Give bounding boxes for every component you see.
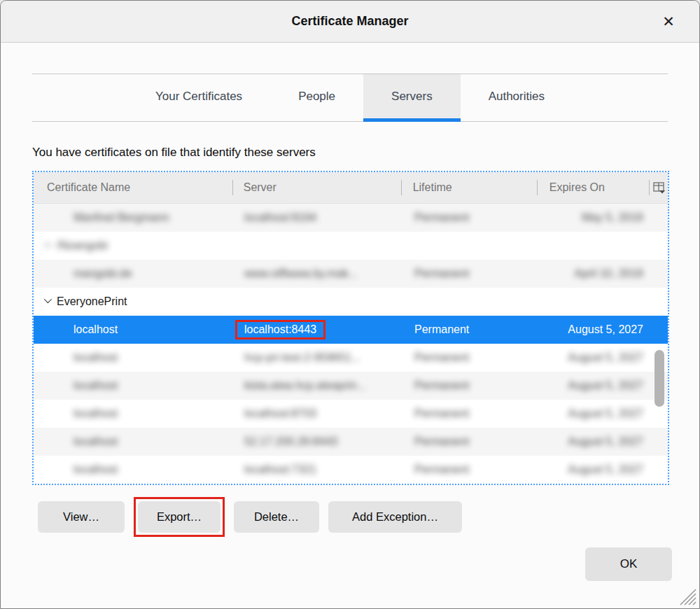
- table-row[interactable]: localhostlocalhost:8443PermanentAugust 5…: [34, 316, 668, 344]
- cell-server: localhost:8443: [233, 316, 402, 344]
- close-icon[interactable]: ✕: [657, 10, 680, 33]
- cell-server: localhost:9164: [233, 204, 402, 232]
- table-row[interactable]: localhostlocalhost:8703PermanentAugust 5…: [34, 400, 668, 428]
- tab-your-certificates[interactable]: Your Certificates: [127, 74, 270, 122]
- cell-certificate-name: localhost: [34, 372, 233, 400]
- column-header-expires-on[interactable]: Expires On: [537, 172, 649, 203]
- column-header-lifetime[interactable]: Lifetime: [401, 172, 537, 203]
- group-row-everyoneprint[interactable]: EveryonePrint: [34, 288, 668, 316]
- cell-lifetime: Permanent: [402, 344, 539, 372]
- cell-lifetime: Permanent: [402, 260, 539, 288]
- cell-server: localhost:7321: [233, 456, 402, 484]
- cell-expires-on: April 10, 2019: [539, 260, 652, 288]
- column-picker-icon: [653, 182, 666, 194]
- column-header-certificate-name[interactable]: Certificate Name: [34, 172, 232, 203]
- description-text: You have certificates on file that ident…: [32, 146, 699, 160]
- cell-certificate-name: localhost: [34, 316, 233, 344]
- tab-servers[interactable]: Servers: [363, 74, 461, 122]
- chevron-down-icon[interactable]: [44, 239, 52, 247]
- cell-lifetime: Permanent: [402, 400, 539, 428]
- cell-expires-on: August 5, 2027: [539, 372, 652, 400]
- group-label: /Noangobi: [57, 239, 108, 252]
- certificate-table: Certificate NameServerLifetimeExpires On…: [32, 171, 669, 485]
- tab-people[interactable]: People: [270, 74, 363, 122]
- add-exception-button[interactable]: Add Exception…: [328, 501, 462, 533]
- view-button[interactable]: View…: [38, 501, 125, 533]
- group-label: EveryonePrint: [57, 295, 127, 308]
- table-row[interactable]: localhosthcp-pri-test-2-959651...Permane…: [34, 344, 668, 372]
- table-row[interactable]: localhostkista.atea.hcp.ateaprin...Perma…: [34, 372, 668, 400]
- cell-certificate-name: localhost: [34, 428, 233, 456]
- cell-certificate-name: mangobi.de: [34, 260, 233, 288]
- cell-expires-on: August 5, 2027: [539, 400, 652, 428]
- cell-expires-on: August 5, 2027: [539, 428, 652, 456]
- export-button[interactable]: Export…: [138, 501, 220, 533]
- cell-server: www.oiffasea.by.mak...: [233, 260, 402, 288]
- delete-button[interactable]: Delete…: [234, 501, 319, 533]
- annotation-box-server: localhost:8443: [235, 320, 326, 340]
- group-row-noangobi[interactable]: /Noangobi: [34, 232, 668, 260]
- dialog-title: Certificate Manager: [291, 14, 408, 29]
- cell-certificate-name: localhost: [34, 456, 233, 484]
- table-body: Manfred Bergmannlocalhost:9164PermanentM…: [34, 204, 668, 484]
- cell-server: 52.17.200.26:8443: [233, 428, 402, 456]
- resize-grip-icon[interactable]: [676, 586, 697, 606]
- chevron-down-icon[interactable]: [44, 295, 52, 303]
- cell-lifetime: Permanent: [402, 204, 539, 232]
- ok-button[interactable]: OK: [585, 547, 672, 581]
- cell-expires-on: August 5, 2027: [539, 456, 652, 484]
- cell-expires-on: August 5, 2027: [539, 316, 652, 344]
- cell-certificate-name: EveryonePrint: [34, 288, 233, 316]
- cell-server: hcp-pri-test-2-959651...: [233, 344, 402, 372]
- cell-expires-on: May 5, 2019: [539, 204, 652, 232]
- certificate-manager-dialog: Certificate Manager ✕ Your CertificatesP…: [0, 0, 700, 609]
- table-row[interactable]: mangobi.dewww.oiffasea.by.mak...Permanen…: [34, 260, 668, 288]
- cell-lifetime: Permanent: [402, 456, 539, 484]
- annotation-box-export: Export…: [134, 497, 225, 537]
- action-button-row: View…Export…Delete…Add Exception…: [38, 497, 699, 537]
- table-header: Certificate NameServerLifetimeExpires On: [34, 172, 668, 204]
- table-row[interactable]: Manfred Bergmannlocalhost:9164PermanentM…: [34, 204, 668, 232]
- cell-server: kista.atea.hcp.ateaprin...: [233, 372, 402, 400]
- cell-certificate-name: localhost: [34, 400, 233, 428]
- tab-strip: Your CertificatesPeopleServersAuthoritie…: [32, 74, 668, 122]
- table-row[interactable]: localhostlocalhost:7321PermanentAugust 5…: [34, 456, 668, 484]
- cell-server: localhost:8703: [233, 400, 402, 428]
- cell-expires-on: August 5, 2027: [539, 344, 652, 372]
- cell-certificate-name: /Noangobi: [34, 232, 233, 260]
- tab-authorities[interactable]: Authorities: [461, 74, 573, 122]
- vertical-scrollbar-thumb[interactable]: [654, 350, 664, 407]
- column-picker-button[interactable]: [649, 172, 668, 203]
- cell-certificate-name: localhost: [34, 344, 233, 372]
- cell-lifetime: Permanent: [402, 428, 539, 456]
- title-bar: Certificate Manager ✕: [1, 1, 699, 43]
- column-header-server[interactable]: Server: [232, 172, 401, 203]
- cell-lifetime: Permanent: [402, 372, 539, 400]
- cell-certificate-name: Manfred Bergmann: [34, 204, 233, 232]
- table-row[interactable]: localhost52.17.200.26:8443PermanentAugus…: [34, 428, 668, 456]
- cell-lifetime: Permanent: [402, 316, 539, 344]
